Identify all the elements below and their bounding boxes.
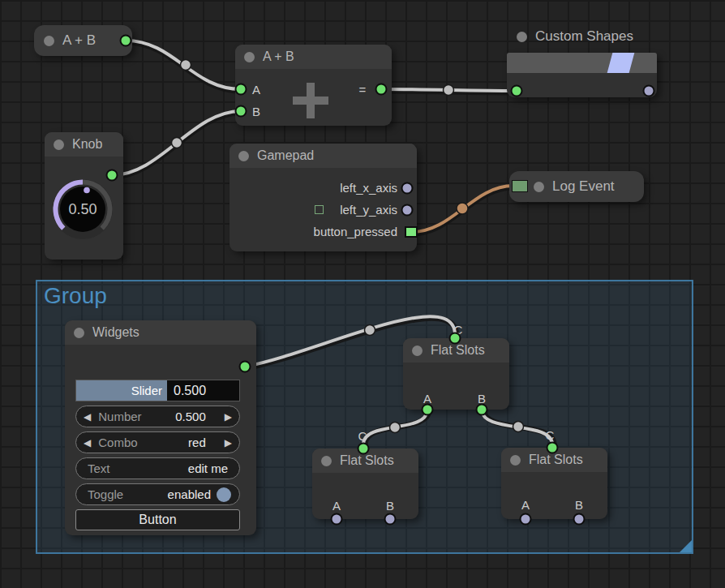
output-port-b[interactable] <box>476 404 488 416</box>
event-output-port-button-pressed[interactable] <box>405 226 418 238</box>
output-port-a[interactable] <box>422 404 434 416</box>
node-title: Flat Slots <box>431 343 485 358</box>
node-flat-slots-left[interactable]: Flat Slots C A B <box>312 449 418 519</box>
output-port-sum[interactable] <box>375 84 388 96</box>
input-port-b[interactable] <box>235 105 247 118</box>
output-port[interactable] <box>643 85 655 97</box>
node-add[interactable]: A + B A B = <box>235 45 392 126</box>
link-midpoint-dot[interactable] <box>365 325 375 336</box>
node-knob[interactable]: Knob 0.50 <box>45 132 123 260</box>
collapse-dot-icon[interactable] <box>74 328 84 338</box>
link-midpoint-dot[interactable] <box>390 423 401 433</box>
text-widget[interactable]: Text edit me <box>75 457 240 479</box>
number-label: Number <box>98 410 141 423</box>
next-option-arrow-icon[interactable]: ▶ <box>217 437 239 449</box>
link-midpoint-dot[interactable] <box>513 422 524 432</box>
node-widgets[interactable]: Widgets Slider 0.500 ◀ Number 0.500 ▶ ◀ … <box>65 320 256 535</box>
node-custom-shapes[interactable] <box>507 53 657 97</box>
collapse-dot-icon[interactable] <box>510 455 521 466</box>
text-value[interactable]: edit me <box>188 461 228 475</box>
node-add-collapsed[interactable]: A + B <box>34 25 132 56</box>
node-graph-canvas[interactable]: Group A + B A + B <box>0 0 725 588</box>
output-label-a: A <box>521 498 530 512</box>
output-label-left-x-axis: left_x_axis <box>340 181 397 195</box>
decrement-arrow-icon[interactable]: ◀ <box>76 411 98 423</box>
toggle-knob-icon[interactable] <box>217 487 231 502</box>
node-title-bar[interactable]: Knob <box>45 132 123 157</box>
node-title-bar[interactable]: A + B <box>235 45 392 69</box>
collapse-dot-icon[interactable] <box>54 139 64 150</box>
collapse-dot-icon[interactable] <box>238 151 249 161</box>
output-port-a[interactable] <box>331 513 343 526</box>
input-port-a[interactable] <box>235 84 247 96</box>
checkbox-icon[interactable] <box>315 205 324 214</box>
node-title-bar[interactable]: Widgets <box>65 320 256 345</box>
output-port-left-y-axis[interactable] <box>401 204 414 217</box>
increment-arrow-icon[interactable]: ▶ <box>217 411 239 423</box>
input-port-c[interactable] <box>449 333 461 345</box>
text-label: Text <box>88 461 110 475</box>
output-port-a[interactable] <box>520 513 532 526</box>
custom-shape-bar <box>507 53 657 73</box>
knob-value: 0.50 <box>68 201 97 217</box>
plus-icon <box>307 83 315 118</box>
prev-option-arrow-icon[interactable]: ◀ <box>76 437 98 449</box>
knob-marker-icon <box>84 187 90 194</box>
output-label-b: B <box>575 498 583 512</box>
toggle-widget[interactable]: Toggle enabled <box>75 483 240 505</box>
node-title: Flat Slots <box>529 453 583 467</box>
output-port-b[interactable] <box>573 513 586 526</box>
input-port[interactable] <box>511 85 523 97</box>
collapse-dot-icon[interactable] <box>44 36 54 46</box>
slider-widget[interactable]: Slider 0.500 <box>75 380 240 401</box>
output-port[interactable] <box>239 361 251 373</box>
node-title: A + B <box>263 49 294 64</box>
output-port-b[interactable] <box>384 513 397 526</box>
slider-value: 0.500 <box>167 384 206 398</box>
collapse-dot-icon[interactable] <box>534 182 544 192</box>
input-label-c: C <box>358 429 367 443</box>
combo-label: Combo <box>98 436 137 449</box>
combo-value[interactable]: red <box>188 436 206 449</box>
collapse-dot-icon[interactable] <box>517 32 527 42</box>
node-title: Knob <box>72 137 102 152</box>
collapse-dot-icon[interactable] <box>244 52 255 62</box>
output-label-b: B <box>386 499 394 513</box>
input-port-c[interactable] <box>547 442 559 454</box>
output-label-left-y-axis: left_y_axis <box>340 203 397 217</box>
input-label-a: A <box>252 83 260 97</box>
node-title-bar[interactable]: Gamepad <box>230 144 417 168</box>
toggle-value: enabled <box>168 487 211 501</box>
collapse-dot-icon[interactable] <box>321 456 332 466</box>
node-title: Custom Shapes <box>535 28 633 45</box>
link-midpoint-dot[interactable] <box>444 85 454 96</box>
output-port[interactable] <box>120 35 132 47</box>
input-port-c[interactable] <box>358 443 370 455</box>
node-log-event[interactable]: Log Event <box>509 171 644 202</box>
node-title: A + B <box>62 32 96 49</box>
node-title: Flat Slots <box>340 453 394 468</box>
link-midpoint-dot[interactable] <box>172 138 182 148</box>
input-label-c: C <box>546 428 555 442</box>
node-flat-slots-right[interactable]: Flat Slots C A B <box>501 448 607 519</box>
node-title: Widgets <box>92 325 139 340</box>
output-port-left-x-axis[interactable] <box>401 182 414 195</box>
number-value[interactable]: 0.500 <box>175 410 206 423</box>
input-label-b: B <box>252 105 260 118</box>
output-port[interactable] <box>106 170 118 182</box>
button-widget[interactable]: Button <box>75 509 240 530</box>
link-midpoint-dot[interactable] <box>457 203 468 214</box>
combo-widget[interactable]: ◀ Combo red ▶ <box>75 431 240 453</box>
node-title: Log Event <box>552 178 615 195</box>
link-midpoint-dot[interactable] <box>181 60 191 71</box>
collapse-dot-icon[interactable] <box>412 346 423 356</box>
node-title: Gamepad <box>257 148 314 163</box>
number-widget[interactable]: ◀ Number 0.500 ▶ <box>75 406 240 427</box>
button-label: Button <box>139 513 176 527</box>
event-input-port[interactable] <box>512 180 528 192</box>
slider-fill[interactable]: Slider <box>76 380 167 401</box>
custom-shapes-title[interactable]: Custom Shapes <box>517 28 633 45</box>
toggle-label: Toggle <box>88 487 123 501</box>
node-flat-slots-top[interactable]: Flat Slots C A B <box>403 338 509 410</box>
node-gamepad[interactable]: Gamepad left_x_axis left_y_axis button_p… <box>230 144 417 251</box>
